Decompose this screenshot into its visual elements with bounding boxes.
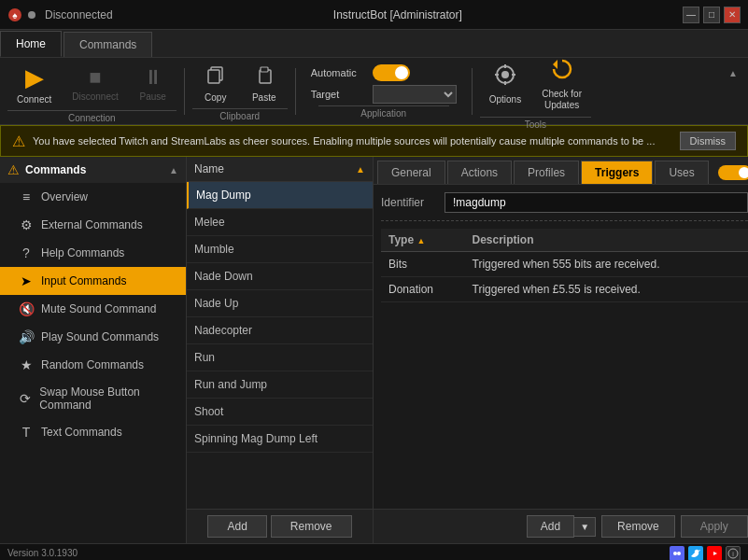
- detail-tab-profiles[interactable]: Profiles: [514, 161, 579, 184]
- info-icon[interactable]: i: [726, 546, 741, 561]
- command-add-button[interactable]: Add: [207, 515, 266, 538]
- svg-point-7: [501, 71, 509, 78]
- sidebar-item-help-commands[interactable]: ? Help Commands: [0, 239, 186, 267]
- target-dropdown[interactable]: [373, 85, 457, 104]
- command-remove-button[interactable]: Remove: [271, 515, 352, 538]
- application-group-label: Application: [318, 105, 449, 119]
- youtube-icon[interactable]: [707, 546, 722, 561]
- app-logo-icon: ♠: [7, 7, 22, 22]
- detail-remove-button[interactable]: Remove: [601, 515, 675, 538]
- tab-commands[interactable]: Commands: [64, 32, 152, 57]
- command-name: Run: [194, 351, 215, 364]
- command-item-run[interactable]: Run: [187, 344, 373, 371]
- swap-mouse-icon: ⟳: [19, 391, 32, 406]
- command-item-mumble[interactable]: Mumble: [187, 236, 373, 263]
- copy-label: Copy: [205, 92, 226, 103]
- warning-banner: ⚠ You have selected Twitch and StreamLab…: [0, 125, 748, 157]
- trigger-row-donation: Donation Triggered when £5.55 is receive…: [381, 277, 748, 302]
- paste-button[interactable]: Paste: [241, 61, 288, 106]
- play-sound-label: Play Sound Commands: [41, 330, 159, 343]
- detail-footer: Add ▼ Remove Apply: [374, 509, 748, 543]
- sidebar-item-random-commands[interactable]: ★ Random Commands: [0, 351, 186, 379]
- minimize-button[interactable]: —: [683, 7, 699, 23]
- twitter-icon[interactable]: [688, 546, 703, 561]
- random-commands-label: Random Commands: [41, 358, 144, 371]
- pause-icon: ⏸: [143, 65, 163, 90]
- close-button[interactable]: ✕: [724, 7, 741, 23]
- command-list[interactable]: Mag Dump Melee Mumble Nade Down Nade Up …: [187, 182, 373, 509]
- sidebar-item-text-commands[interactable]: T Text Commands: [0, 418, 186, 446]
- trigger-row-bits: Bits Triggered when 555 bits are receive…: [381, 252, 748, 277]
- commands-section-icon: ⚠: [7, 162, 20, 177]
- detail-tab-actions[interactable]: Actions: [447, 161, 512, 184]
- detail-add-dropdown-button[interactable]: ▼: [574, 517, 596, 537]
- sidebar-item-input-commands[interactable]: ➤ Input Commands: [0, 267, 186, 295]
- sidebar-item-mute-sound[interactable]: 🔇 Mute Sound Command: [0, 295, 186, 323]
- toolbar-separator-1: [184, 68, 185, 115]
- pause-button[interactable]: ⏸ Pause: [130, 62, 176, 105]
- input-commands-label: Input Commands: [41, 274, 126, 287]
- check-updates-icon: [550, 57, 574, 87]
- check-updates-label: Check forUpdates: [542, 89, 582, 111]
- discord-icon[interactable]: [670, 546, 684, 561]
- svg-text:♠: ♠: [12, 10, 18, 21]
- overview-icon: ≡: [19, 189, 34, 204]
- detail-tab-toggle[interactable]: [718, 165, 748, 180]
- trigger-type-bits: Bits: [381, 252, 465, 277]
- command-item-melee[interactable]: Melee: [187, 209, 373, 236]
- command-list-panel: Name ▲ Mag Dump Melee Mumble Nade Down N…: [187, 157, 374, 543]
- check-updates-button[interactable]: Check forUpdates: [532, 53, 591, 115]
- command-item-run-and-jump[interactable]: Run and Jump: [187, 371, 373, 399]
- toolbar: ▶ Connect ■ Disconnect ⏸ Pause Connectio…: [0, 58, 748, 125]
- sidebar-commands-section[interactable]: ⚠ Commands ▲: [0, 157, 186, 183]
- sidebar-item-overview[interactable]: ≡ Overview: [0, 183, 186, 211]
- paste-icon: [254, 64, 275, 91]
- detail-tab-general[interactable]: General: [377, 161, 445, 184]
- command-item-nade-down[interactable]: Nade Down: [187, 263, 373, 290]
- maximize-button[interactable]: □: [703, 7, 720, 23]
- disconnect-label: Disconnect: [72, 91, 118, 102]
- command-item-shoot[interactable]: Shoot: [187, 399, 373, 426]
- automatic-toggle[interactable]: [373, 64, 410, 81]
- sidebar-item-swap-mouse[interactable]: ⟳ Swap Mouse Button Command: [0, 379, 186, 418]
- toggle-knob: [395, 66, 408, 79]
- command-item-magdump[interactable]: Mag Dump: [187, 182, 373, 209]
- type-column-header: Type ▲: [381, 229, 465, 252]
- toolbar-clipboard-items: Copy Paste: [192, 61, 288, 106]
- connect-label: Connect: [17, 94, 51, 105]
- command-name: Shoot: [194, 405, 223, 418]
- app-target-row: Target: [311, 85, 457, 104]
- sidebar-item-external-commands[interactable]: ⚙ External Commands: [0, 211, 186, 239]
- identifier-input[interactable]: [445, 192, 748, 213]
- svg-text:i: i: [732, 551, 734, 557]
- help-commands-icon: ?: [19, 245, 34, 260]
- sidebar-section-title: Commands: [25, 163, 169, 176]
- detail-tab-triggers[interactable]: Triggers: [581, 161, 653, 184]
- options-label: Options: [489, 94, 521, 105]
- options-button[interactable]: Options: [480, 59, 530, 108]
- detail-add-btn-group: Add ▼: [527, 515, 596, 538]
- connect-button[interactable]: ▶ Connect: [7, 60, 61, 108]
- connection-status-dot: [28, 11, 35, 19]
- copy-button[interactable]: Copy: [192, 61, 239, 106]
- toolbar-collapse-button[interactable]: ▲: [726, 65, 741, 80]
- sidebar-item-play-sound[interactable]: 🔊 Play Sound Commands: [0, 323, 186, 351]
- detail-tab-uses[interactable]: Uses: [655, 161, 708, 184]
- dismiss-button[interactable]: Dismiss: [680, 132, 737, 150]
- detail-add-button[interactable]: Add: [527, 515, 574, 538]
- tab-home[interactable]: Home: [0, 31, 62, 57]
- description-column-header: Description: [465, 229, 748, 252]
- command-item-nadecopter[interactable]: Nadecopter: [187, 317, 373, 344]
- disconnect-button[interactable]: ■ Disconnect: [63, 62, 127, 105]
- detail-tab-bar: General Actions Profiles Triggers Uses: [374, 157, 748, 185]
- detail-apply-button[interactable]: Apply: [681, 515, 748, 538]
- name-column-header: Name: [194, 162, 224, 175]
- copy-icon: [205, 64, 226, 91]
- type-sort-icon[interactable]: ▲: [416, 236, 425, 245]
- command-item-nade-up[interactable]: Nade Up: [187, 290, 373, 317]
- triggers-table-body: Bits Triggered when 555 bits are receive…: [381, 252, 748, 302]
- command-item-spinning-mag[interactable]: Spinning Mag Dump Left: [187, 426, 373, 453]
- title-bar-left: ♠ Disconnected: [7, 7, 113, 22]
- sidebar: ⚠ Commands ▲ ≡ Overview ⚙ External Comma…: [0, 157, 187, 543]
- mute-sound-icon: 🔇: [19, 301, 34, 316]
